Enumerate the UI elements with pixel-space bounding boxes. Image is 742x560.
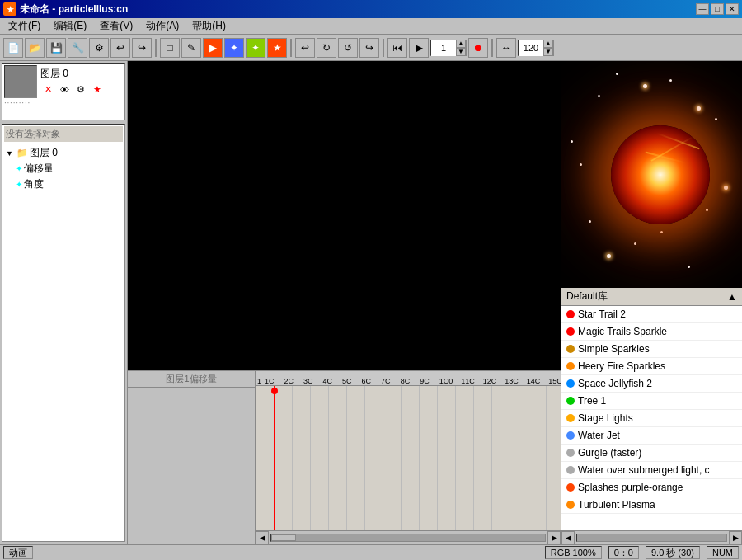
canvas-area[interactable]	[128, 61, 561, 370]
frame-down[interactable]: ▼	[456, 48, 466, 56]
menu-file[interactable]: 文件(F)	[2, 17, 47, 35]
vline-13	[491, 386, 492, 530]
rewind-button[interactable]: ⏮	[387, 38, 407, 58]
effect-water-submerged[interactable]: Water over submerged light, c	[561, 462, 742, 479]
tree-item-layer[interactable]: ▼ 📁 图层 0	[4, 145, 123, 161]
layer-thumbnail	[4, 65, 37, 98]
record-button[interactable]: ⏺	[468, 38, 488, 58]
scroll-thumb[interactable]	[271, 534, 296, 541]
ruler-tick-110: 11C	[461, 377, 475, 385]
play-button[interactable]: ▶	[409, 38, 429, 58]
effect-simple-sparkles[interactable]: Simple Sparkles	[561, 341, 742, 358]
vline-7	[383, 386, 383, 530]
effect-splashes[interactable]: Splashes purple-orange	[561, 479, 742, 496]
effect-label-4: Heery Fire Sparkles	[578, 360, 665, 372]
effects-scroll-track[interactable]	[576, 534, 727, 542]
effects-scroll-left[interactable]: ◀	[561, 531, 575, 544]
effect-stage-lights[interactable]: Stage Lights	[561, 410, 742, 427]
scroll-left-btn[interactable]: ◀	[256, 531, 269, 544]
effect-turbulent[interactable]: Turbulent Plasma	[561, 496, 742, 514]
fps-input[interactable]: 120	[519, 40, 543, 56]
ruler-tick-100: 1C0	[439, 377, 453, 385]
menu-help[interactable]: 帮助(H)	[186, 17, 232, 35]
time-indicator[interactable]	[274, 386, 275, 530]
tool4[interactable]: 🔧	[68, 38, 87, 58]
ruler-tick-80: 8C	[401, 377, 411, 385]
vline-8	[401, 386, 402, 530]
menu-action[interactable]: 动作(A)	[139, 17, 186, 35]
tool17[interactable]: ↪	[359, 38, 379, 58]
tool10[interactable]: ▶	[203, 38, 223, 58]
layer-icons: ✕ 👁 ⚙ ★	[40, 82, 105, 97]
star-4	[580, 163, 582, 166]
menu-bar: 文件(F) 编辑(E) 查看(V) 动作(A) 帮助(H)	[0, 18, 742, 35]
minimize-button[interactable]: —	[696, 3, 709, 15]
layer-star-btn[interactable]: ★	[90, 82, 105, 97]
scroll-track[interactable]	[270, 534, 546, 542]
vline-10	[437, 386, 438, 530]
star-1	[598, 95, 600, 97]
maximize-button[interactable]: □	[711, 3, 724, 15]
layer-eye-btn[interactable]: 👁	[57, 82, 72, 97]
effect-label-8: Water Jet	[578, 430, 620, 441]
tool9[interactable]: ✎	[181, 38, 201, 58]
ruler-tick-1: 1	[257, 377, 261, 385]
fps-up[interactable]: ▲	[543, 40, 553, 48]
effect-label-2: Magic Trails Sparkle	[578, 326, 667, 337]
save-button[interactable]: 💾	[46, 38, 66, 58]
tool14[interactable]: ↩	[295, 38, 315, 58]
tool15[interactable]: ↻	[317, 38, 336, 58]
menu-edit[interactable]: 编辑(E)	[47, 17, 93, 35]
frame-spinner[interactable]: ▲ ▼	[456, 40, 466, 56]
scroll-right-btn[interactable]: ▶	[547, 531, 561, 544]
effect-heery-fire[interactable]: Heery Fire Sparkles	[561, 358, 742, 375]
offset-icon: ✦	[16, 164, 22, 173]
effect-tree-1[interactable]: Tree 1	[561, 393, 742, 410]
effect-label-1: Star Trail 2	[578, 308, 626, 320]
effect-space-jellyfish[interactable]: Space Jellyfish 2	[561, 375, 742, 393]
layer-delete-btn[interactable]: ✕	[40, 82, 55, 97]
tool13[interactable]: ★	[267, 38, 287, 58]
angle-label: 角度	[24, 177, 44, 191]
new-button[interactable]: 📄	[3, 38, 23, 58]
tool7[interactable]: ↪	[132, 38, 152, 58]
tree-item-offset[interactable]: ✦ 偏移量	[14, 161, 123, 176]
window-controls: — □ ✕	[696, 3, 739, 15]
tool18[interactable]: ↔	[496, 38, 516, 58]
close-button[interactable]: ✕	[726, 3, 739, 15]
tree-item-angle[interactable]: ✦ 角度	[14, 176, 123, 192]
folder-icon: 📁	[16, 148, 28, 158]
menu-view[interactable]: 查看(V)	[93, 17, 139, 35]
ruler-tick-120: 12C	[483, 377, 497, 385]
vline-12	[473, 386, 474, 530]
effect-gurgle[interactable]: Gurgle (faster)	[561, 445, 742, 462]
tool8[interactable]: □	[160, 38, 180, 58]
effect-water-jet[interactable]: Water Jet	[561, 427, 742, 445]
tool16[interactable]: ↺	[338, 38, 358, 58]
star-15	[607, 254, 611, 258]
fps-spinner[interactable]: ▲ ▼	[543, 40, 553, 56]
effect-star-trail-2[interactable]: Star Trail 2	[561, 306, 742, 323]
status-coords: 0：0	[608, 546, 639, 559]
effects-scroll-right[interactable]: ▶	[729, 531, 742, 544]
fps-down[interactable]: ▼	[543, 48, 553, 56]
star-9	[724, 186, 728, 190]
tool5[interactable]: ⚙	[89, 38, 109, 58]
effects-list[interactable]: Star Trail 2 Magic Trails Sparkle Simple…	[561, 306, 742, 530]
center-panel: 图层1偏移量 1 1C 2C 3C 4C 5C 6C 7C 8C 9C	[128, 61, 561, 544]
app-title: 未命名 - particleIllus:cn	[20, 2, 128, 16]
effect-dot-8	[566, 431, 575, 440]
sep4	[491, 39, 493, 57]
open-button[interactable]: 📂	[25, 38, 45, 58]
frame-input[interactable]: 1	[431, 40, 456, 56]
ruler-tick-50: 5C	[342, 377, 352, 385]
tool11[interactable]: ✦	[224, 38, 244, 58]
time-indicator-handle[interactable]	[271, 388, 278, 394]
tool12[interactable]: ✦	[246, 38, 265, 58]
tool6[interactable]: ↩	[110, 38, 130, 58]
left-panel: 图层 0 ✕ 👁 ⚙ ★ · · · · · · · · · 没有选择对象 ▼ …	[0, 61, 128, 544]
layer-gear-btn[interactable]: ⚙	[73, 82, 88, 97]
frame-up[interactable]: ▲	[456, 40, 466, 48]
particle-effect	[611, 125, 710, 224]
effect-magic-trails[interactable]: Magic Trails Sparkle	[561, 323, 742, 341]
